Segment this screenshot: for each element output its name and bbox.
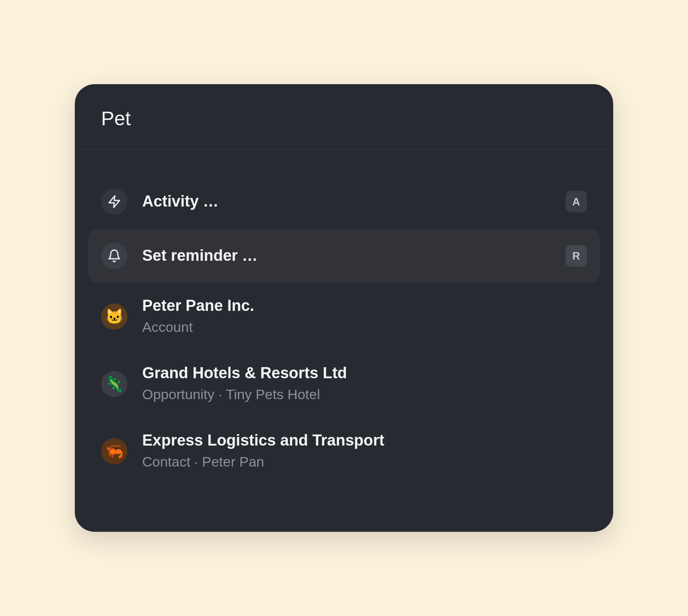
command-label: Activity … (142, 192, 566, 211)
search-area (75, 84, 613, 150)
result-subtitle: Contact · Peter Pan (142, 452, 587, 472)
bell-icon (101, 243, 127, 269)
result-title: Grand Hotels & Resorts Ltd (142, 363, 587, 383)
command-label-wrap: Set reminder … (142, 246, 566, 266)
result-grand-hotels[interactable]: 🦎 Grand Hotels & Resorts Ltd Opportunity… (88, 350, 600, 418)
avatar-icon: 🐱 (101, 303, 127, 330)
lightning-icon (101, 188, 127, 215)
results-list: Activity … A Set reminder … R 🐱 Peter Pa… (75, 150, 613, 532)
svg-marker-0 (109, 196, 120, 207)
command-palette: Activity … A Set reminder … R 🐱 Peter Pa… (75, 84, 613, 532)
result-peter-pane[interactable]: 🐱 Peter Pane Inc. Account (88, 283, 600, 350)
result-text: Grand Hotels & Resorts Ltd Opportunity ·… (142, 363, 587, 404)
command-label: Set reminder … (142, 246, 566, 266)
result-title: Express Logistics and Transport (142, 431, 587, 451)
command-activity[interactable]: Activity … A (88, 175, 600, 229)
result-title: Peter Pane Inc. (142, 296, 587, 316)
result-subtitle: Account (142, 317, 587, 337)
result-subtitle: Opportunity · Tiny Pets Hotel (142, 385, 587, 405)
result-text: Peter Pane Inc. Account (142, 296, 587, 337)
shortcut-badge: A (566, 191, 587, 212)
command-label-wrap: Activity … (142, 192, 566, 211)
result-express-logistics[interactable]: 🦐 Express Logistics and Transport Contac… (88, 418, 600, 485)
result-text: Express Logistics and Transport Contact … (142, 431, 587, 471)
shortcut-badge: R (566, 245, 587, 267)
search-input[interactable] (101, 107, 587, 130)
avatar-icon: 🦎 (101, 371, 127, 397)
avatar-icon: 🦐 (101, 438, 127, 464)
command-set-reminder[interactable]: Set reminder … R (88, 229, 600, 283)
